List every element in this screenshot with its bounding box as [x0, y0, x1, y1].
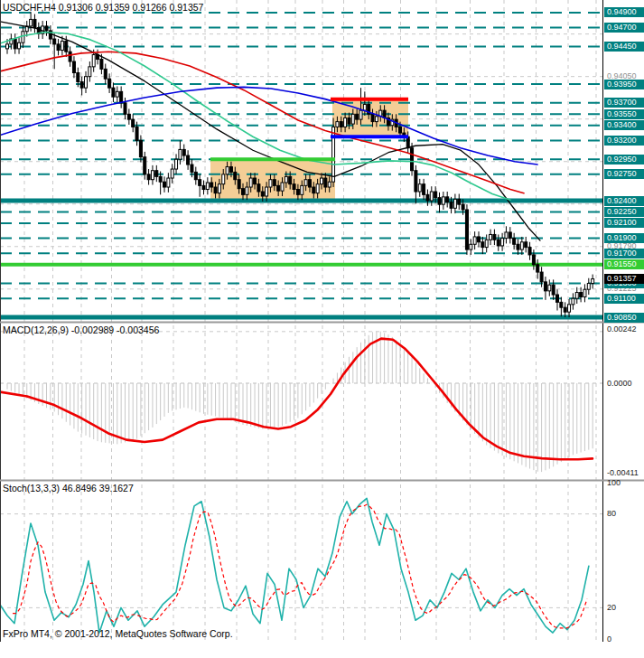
- candle-body: [568, 305, 571, 312]
- macd-axis-label: -0.00411: [607, 468, 639, 478]
- candle-body: [33, 19, 36, 27]
- candle-body: [418, 184, 421, 192]
- candle-body: [564, 307, 566, 312]
- candle-body: [592, 279, 594, 284]
- price-level-label: 0.94900: [604, 7, 644, 17]
- candle-body: [261, 192, 264, 196]
- price-level-label: 0.91100: [604, 294, 644, 304]
- candle-body: [458, 199, 461, 204]
- price-level-label: 0.93400: [604, 120, 644, 130]
- candle-body: [356, 114, 359, 119]
- macd-indicator-header: MACD(12,26,9) -0.002989 -0.003456: [3, 324, 159, 335]
- candle-body: [304, 180, 307, 186]
- candle-body: [548, 285, 551, 291]
- candle-body: [238, 180, 240, 189]
- candle-body: [14, 39, 16, 49]
- candle-body: [53, 39, 56, 44]
- candle-body: [45, 26, 48, 31]
- candle-body: [328, 182, 331, 187]
- candle-body: [69, 52, 71, 61]
- candle-body: [246, 187, 248, 194]
- candle-body: [321, 178, 323, 184]
- price-level-label: 0.90850: [604, 313, 644, 323]
- candle-body: [583, 289, 586, 296]
- symbol-ohlc-header: USDCHF,H4 0.91306 0.91359 0.91266 0.9135…: [3, 2, 203, 13]
- macd-axis-label: 0.0000: [607, 379, 632, 389]
- candle-body: [540, 272, 543, 282]
- candle-body: [80, 82, 83, 89]
- candle-body: [254, 178, 257, 184]
- candle-body: [108, 79, 111, 88]
- candle-body: [296, 190, 299, 195]
- candle-body: [340, 122, 342, 127]
- candle-body: [163, 182, 166, 187]
- candle-body: [336, 122, 339, 127]
- candle-body: [135, 127, 138, 140]
- candle-body: [344, 118, 347, 127]
- candle-body: [61, 42, 63, 51]
- candle-body: [100, 60, 103, 70]
- candle-body: [22, 32, 24, 42]
- stoch-d-line: [13, 504, 587, 628]
- candle-body: [505, 232, 508, 239]
- stoch-axis-label: 20: [607, 603, 616, 613]
- current-price-label: 0.91357: [604, 274, 644, 284]
- candle-body: [423, 184, 425, 195]
- candle-body: [144, 157, 146, 174]
- candle-body: [139, 140, 142, 156]
- candle-body: [501, 239, 504, 246]
- candle-body: [528, 248, 531, 255]
- candle-body: [470, 244, 472, 249]
- candle-body: [257, 184, 260, 192]
- time-axis[interactable]: 15 Nov 201220 Nov 00:0022 Nov 16:0027 No…: [0, 642, 644, 658]
- candle-body: [214, 187, 217, 193]
- candle-body: [175, 159, 178, 169]
- price-level-label: 0.93700: [604, 98, 644, 108]
- candle-body: [493, 234, 496, 240]
- stoch-axis-label: 80: [607, 509, 616, 519]
- candle-body: [465, 210, 468, 249]
- candle-body: [520, 242, 523, 249]
- price-level-label: 0.93950: [604, 80, 644, 89]
- candle-body: [537, 265, 539, 272]
- price-level-label: 0.92950: [604, 155, 644, 164]
- price-level-label: 0.92750: [604, 169, 644, 179]
- candle-body: [289, 176, 292, 183]
- candle-body: [446, 197, 449, 202]
- candle-body: [116, 91, 118, 97]
- candle-body: [351, 114, 354, 124]
- price-axis[interactable]: 0.940500.929200.917900.912250.949000.947…: [603, 0, 644, 642]
- candle-body: [481, 242, 484, 248]
- price-level-label: 0.94700: [604, 23, 644, 33]
- price-level-label: 0.93200: [604, 136, 644, 146]
- candle-body: [293, 184, 295, 190]
- candle-body: [497, 240, 499, 246]
- candle-body: [85, 77, 88, 88]
- candle-body: [277, 185, 280, 191]
- candle-body: [112, 88, 115, 97]
- candle-body: [120, 91, 123, 102]
- candle-body: [89, 67, 91, 77]
- candle-body: [206, 183, 209, 189]
- candle-body: [242, 189, 245, 195]
- candle-body: [229, 167, 232, 173]
- candle-body: [234, 172, 237, 179]
- green-level-label: 0.91550: [604, 259, 644, 269]
- candle-body: [124, 103, 126, 114]
- candle-body: [453, 199, 456, 208]
- candle-body: [485, 240, 488, 247]
- candle-body: [399, 127, 402, 133]
- candle-body: [375, 117, 378, 122]
- stoch-k-line: [0, 498, 589, 633]
- candle-body: [194, 172, 197, 179]
- candle-body: [462, 204, 464, 210]
- candle-body: [147, 174, 150, 180]
- candle-body: [171, 169, 173, 178]
- candle-body: [415, 171, 417, 192]
- candle-body: [580, 293, 583, 297]
- price-level-label: 0.91700: [604, 249, 644, 258]
- candle-body: [426, 194, 429, 201]
- price-level-label: 0.92100: [604, 218, 644, 228]
- candle-body: [167, 178, 170, 187]
- candle-body: [222, 174, 225, 184]
